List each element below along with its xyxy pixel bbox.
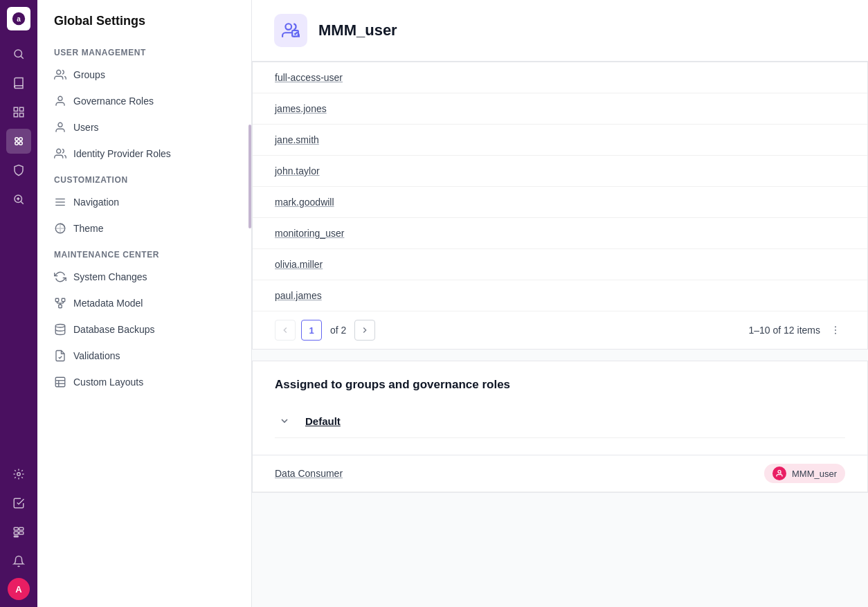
sidebar-item-theme[interactable]: Theme (37, 215, 251, 242)
sidebar-item-database-backups[interactable]: Database Backups (37, 316, 251, 343)
database-icon (54, 323, 66, 336)
pagination-more-button[interactable] (826, 320, 845, 340)
user-row-monitoring-user[interactable]: monitoring_user (253, 218, 867, 249)
validations-icon (54, 350, 66, 362)
user-link-mark-goodwill[interactable]: mark.goodwill (275, 197, 334, 208)
sidebar-item-system-changes[interactable]: System Changes (37, 264, 251, 290)
sidebar-item-custom-layouts[interactable]: Custom Layouts (37, 369, 251, 395)
svg-rect-31 (62, 298, 65, 302)
svg-rect-38 (55, 377, 65, 387)
svg-rect-18 (19, 527, 24, 530)
tasks-nav-icon[interactable] (6, 491, 31, 516)
app-logo[interactable]: a (7, 7, 30, 30)
system-changes-label: System Changes (73, 271, 147, 282)
settings-nav-icon[interactable] (6, 462, 31, 487)
groups-icon (54, 69, 66, 81)
analytics-nav-icon[interactable] (6, 187, 31, 212)
expand-default-group-button[interactable] (275, 411, 294, 431)
sidebar: Global Settings User Management Groups G… (37, 0, 252, 607)
chevron-left-icon (280, 325, 290, 335)
list-nav-icon[interactable] (6, 100, 31, 125)
mmm-user-icon (282, 21, 300, 39)
data-consumer-role-row: Data Consumer MMM_user (253, 455, 867, 492)
maintenance-label: Maintenance Center (37, 242, 251, 264)
role-row-container: Data Consumer MMM_user (252, 455, 868, 493)
database-backups-label: Database Backups (73, 324, 155, 335)
governance-roles-label: Governance Roles (73, 96, 154, 107)
svg-point-46 (835, 333, 836, 334)
svg-point-47 (778, 471, 781, 473)
theme-icon (54, 222, 66, 235)
svg-point-25 (57, 149, 61, 153)
sidebar-item-metadata-model[interactable]: Metadata Model (37, 290, 251, 316)
svg-rect-4 (14, 107, 17, 111)
user-link-jane-smith[interactable]: jane.smith (275, 134, 319, 145)
user-link-james-jones[interactable]: james.jones (275, 103, 327, 114)
page-title: MMM_user (318, 21, 397, 39)
groups-label: Groups (73, 69, 105, 80)
more-vertical-icon (830, 325, 841, 336)
svg-rect-6 (14, 114, 17, 117)
prev-page-button[interactable] (275, 320, 296, 341)
metadata-model-label: Metadata Model (73, 298, 143, 309)
user-icon (54, 121, 66, 134)
svg-point-2 (15, 50, 22, 57)
default-group-name[interactable]: Default (305, 415, 341, 427)
user-row-paul-james[interactable]: paul.james (253, 280, 867, 311)
identity-provider-roles-label: Identity Provider Roles (73, 148, 171, 159)
next-page-button[interactable] (354, 320, 375, 341)
governance-icon (54, 95, 66, 107)
user-link-full-access-user[interactable]: full-access-user (275, 72, 343, 83)
theme-label: Theme (73, 223, 104, 234)
shield-nav-icon[interactable] (6, 158, 31, 183)
user-avatar[interactable]: A (8, 578, 30, 600)
customization-label: Customization (37, 167, 251, 189)
sidebar-scrollbar (248, 0, 251, 607)
user-link-paul-james[interactable]: paul.james (275, 290, 322, 301)
svg-point-9 (19, 138, 23, 141)
chevron-down-icon (279, 415, 290, 426)
sidebar-item-validations[interactable]: Validations (37, 343, 251, 369)
user-rows-container: full-access-userjames.jonesjane.smithjoh… (253, 62, 867, 311)
user-row-jane-smith[interactable]: jane.smith (253, 125, 867, 156)
user-management-label: User Management (37, 39, 251, 62)
sidebar-item-governance-roles[interactable]: Governance Roles (37, 88, 251, 114)
pagination-bar: 1 of 2 1–10 of 12 items (253, 311, 867, 349)
svg-point-23 (58, 96, 62, 100)
user-link-monitoring-user[interactable]: monitoring_user (275, 228, 344, 239)
svg-rect-5 (20, 107, 24, 111)
sidebar-scrollbar-thumb (248, 125, 251, 228)
svg-point-22 (57, 70, 61, 74)
page-1-button[interactable]: 1 (301, 320, 322, 341)
add-nav-icon[interactable] (6, 520, 31, 545)
dashboard-nav-icon[interactable] (6, 129, 31, 154)
sidebar-item-users[interactable]: Users (37, 114, 251, 141)
role-badge-icon (772, 466, 786, 480)
sidebar-item-identity-provider-roles[interactable]: Identity Provider Roles (37, 141, 251, 167)
user-row-john-taylor[interactable]: john.taylor (253, 156, 867, 187)
user-row-full-access-user[interactable]: full-access-user (253, 62, 867, 93)
bell-nav-icon[interactable] (6, 549, 31, 574)
sidebar-item-navigation[interactable]: Navigation (37, 189, 251, 215)
user-badge-icon (775, 469, 784, 478)
user-link-olivia-miller[interactable]: olivia.miller (275, 259, 323, 270)
user-row-james-jones[interactable]: james.jones (253, 93, 867, 125)
mmm-user-badge: MMM_user (764, 464, 845, 483)
page-header-icon (274, 14, 307, 47)
icon-bar: a A (0, 0, 37, 607)
groups-governance-card: Assigned to groups and governance roles … (252, 361, 868, 455)
sidebar-item-groups[interactable]: Groups (37, 62, 251, 88)
user-row-mark-goodwill[interactable]: mark.goodwill (253, 187, 867, 218)
data-consumer-link[interactable]: Data Consumer (275, 468, 764, 479)
book-nav-icon[interactable] (6, 71, 31, 96)
custom-layouts-label: Custom Layouts (73, 377, 143, 388)
svg-point-42 (285, 24, 291, 30)
groups-section-title: Assigned to groups and governance roles (275, 378, 845, 392)
validations-label: Validations (73, 350, 120, 361)
user-row-olivia-miller[interactable]: olivia.miller (253, 249, 867, 280)
svg-text:a: a (17, 15, 21, 23)
svg-rect-30 (55, 298, 59, 302)
search-nav-icon[interactable] (6, 42, 31, 66)
user-link-john-taylor[interactable]: john.taylor (275, 165, 320, 176)
page-header: MMM_user (252, 0, 868, 62)
